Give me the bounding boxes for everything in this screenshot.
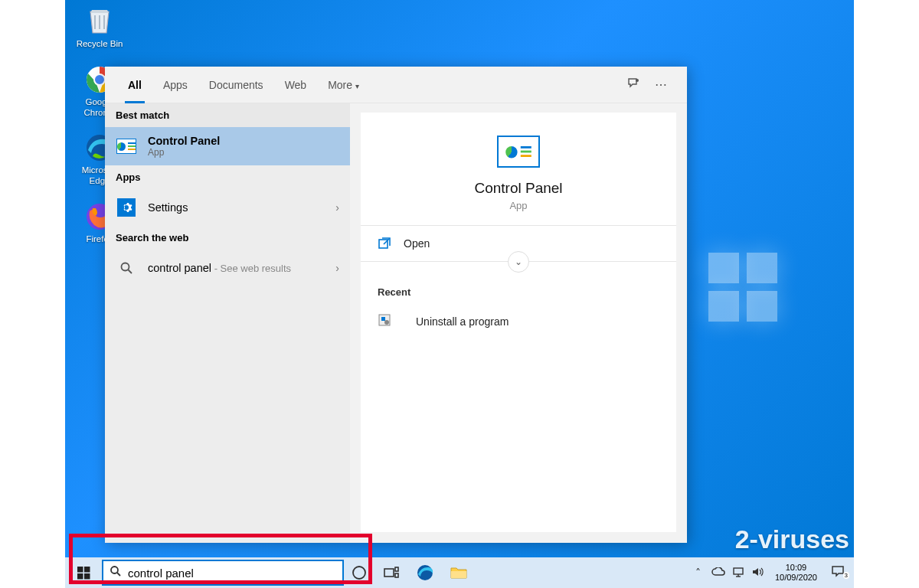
tab-all[interactable]: All	[117, 67, 152, 103]
taskbar-explorer-icon[interactable]	[442, 557, 476, 588]
result-web-search[interactable]: control panel - See web results ›	[105, 250, 350, 286]
tray-overflow-icon[interactable]: ˄	[689, 567, 708, 579]
svg-rect-12	[77, 567, 83, 573]
feedback-icon[interactable]	[620, 77, 647, 93]
svg-point-16	[111, 567, 118, 573]
action-center-icon[interactable]: 3	[825, 565, 851, 580]
tab-more[interactable]: More▾	[317, 67, 370, 103]
svg-rect-15	[84, 573, 90, 580]
recent-header: Recent	[361, 279, 676, 302]
taskbar-search-box[interactable]	[102, 560, 344, 586]
svg-line-17	[117, 573, 120, 576]
open-label: Open	[404, 237, 430, 250]
system-tray: ˄ 10:09 10/09/2020 3	[689, 557, 854, 588]
web-suffix: - See web results	[211, 263, 291, 274]
taskbar: ˄ 10:09 10/09/2020 3	[65, 557, 854, 588]
recent-uninstall[interactable]: Uninstall a program	[361, 302, 676, 340]
web-header: Search the web	[105, 226, 350, 250]
web-query: control panel	[148, 262, 211, 274]
volume-icon[interactable]	[749, 567, 767, 580]
svg-rect-10	[381, 317, 385, 321]
network-icon[interactable]	[729, 567, 747, 580]
search-detail-pane: Control Panel App Open ⌄ Recent Uninstal…	[361, 113, 676, 532]
svg-rect-19	[384, 569, 394, 577]
onedrive-icon[interactable]	[709, 567, 728, 579]
best-match-header: Best match	[105, 103, 350, 127]
control-panel-icon	[116, 136, 137, 157]
svg-point-5	[636, 79, 639, 82]
start-search-panel: All Apps Documents Web More▾ ⋯ Best matc…	[105, 67, 687, 543]
search-icon	[116, 257, 137, 279]
start-button[interactable]	[65, 557, 102, 588]
tab-web[interactable]: Web	[274, 67, 318, 103]
taskbar-edge-icon[interactable]	[408, 557, 442, 588]
recycle-bin-icon[interactable]: Recycle Bin	[73, 4, 126, 50]
search-results-list: Best match Control Panel App Apps	[105, 103, 350, 543]
task-view-button[interactable]	[374, 557, 408, 588]
taskbar-clock[interactable]: 10:09 10/09/2020	[769, 563, 823, 583]
clock-date: 10/09/2020	[775, 573, 817, 583]
recycle-bin-label: Recycle Bin	[73, 39, 126, 50]
uninstall-icon	[378, 313, 404, 329]
detail-subtitle: App	[361, 200, 676, 211]
svg-rect-20	[395, 567, 398, 571]
settings-icon	[116, 197, 137, 218]
detail-title: Control Panel	[361, 180, 676, 197]
svg-point-11	[384, 320, 389, 325]
more-options-icon[interactable]: ⋯	[647, 77, 675, 92]
windows-light-logo	[708, 253, 777, 322]
search-tabs: All Apps Documents Web More▾ ⋯	[105, 67, 687, 103]
svg-rect-13	[84, 567, 90, 573]
notification-count: 3	[843, 572, 849, 579]
svg-line-7	[129, 270, 132, 274]
svg-point-18	[353, 567, 365, 579]
chevron-right-icon: ›	[335, 262, 339, 274]
result-title: Control Panel	[148, 135, 339, 147]
tab-apps[interactable]: Apps	[152, 67, 198, 103]
svg-point-6	[122, 263, 129, 271]
search-icon	[110, 565, 122, 580]
result-subtitle: App	[148, 147, 339, 158]
tab-documents[interactable]: Documents	[198, 67, 274, 103]
search-input[interactable]	[128, 567, 336, 580]
svg-rect-14	[77, 573, 83, 580]
clock-time: 10:09	[775, 563, 817, 573]
svg-rect-23	[451, 571, 466, 578]
expand-chevron-icon[interactable]: ⌄	[508, 251, 529, 273]
result-title: Settings	[148, 201, 335, 214]
control-panel-icon	[497, 136, 540, 168]
recent-item-label: Uninstall a program	[416, 315, 509, 328]
result-control-panel[interactable]: Control Panel App	[105, 127, 350, 165]
watermark-text: 2-viruses	[735, 524, 849, 554]
svg-rect-21	[395, 573, 398, 577]
result-settings[interactable]: Settings ›	[105, 189, 350, 226]
chevron-right-icon: ›	[335, 201, 339, 214]
svg-rect-24	[734, 568, 743, 574]
cortana-button[interactable]	[344, 557, 374, 588]
apps-header: Apps	[105, 165, 350, 189]
